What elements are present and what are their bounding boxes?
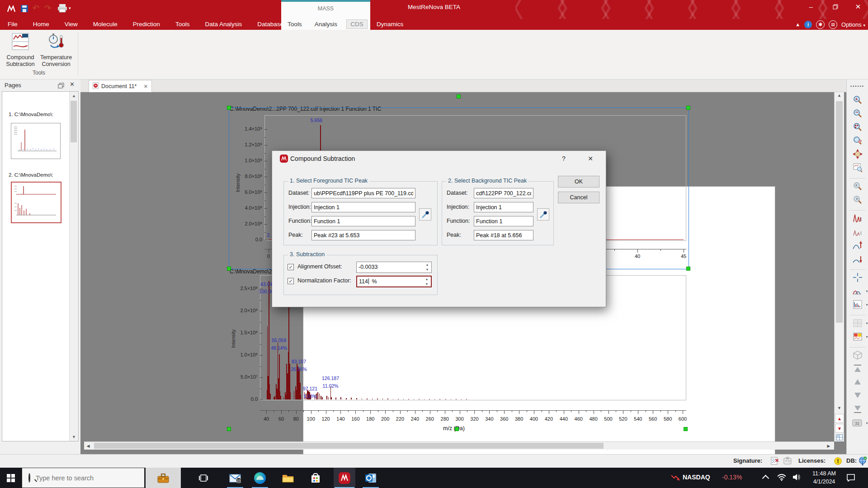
scroll-right-icon[interactable]: ▶ — [826, 444, 832, 448]
dialog-help-button[interactable]: ? — [558, 154, 569, 164]
action-center-icon[interactable] — [846, 474, 855, 484]
volume-icon[interactable] — [792, 473, 802, 483]
background-injection-input[interactable] — [474, 202, 533, 212]
alignment-offset-spinner[interactable]: ▲▼ — [424, 263, 430, 272]
previous-zoom-icon[interactable] — [850, 179, 865, 193]
page-item-2-label[interactable]: 2. C:\MnovaDemo\: — [9, 172, 53, 178]
menu-item-view[interactable]: View — [57, 19, 85, 30]
menu-item-home[interactable]: Home — [25, 19, 57, 30]
notes-icon[interactable]: ▤ — [829, 20, 837, 29]
overlay-spectra-icon[interactable]: ▾ — [850, 284, 865, 298]
stacked-spectra-icon[interactable]: ▾ — [850, 298, 865, 311]
decrease-intensity-icon[interactable] — [850, 252, 865, 266]
foreground-function-input[interactable] — [311, 216, 415, 226]
arrange-color-icon[interactable]: ▾ — [850, 330, 865, 343]
close-button[interactable]: ✕ — [848, 0, 868, 14]
increase-intensity-icon[interactable] — [850, 239, 865, 252]
ticker-name[interactable]: NASDAQ — [683, 474, 710, 481]
taskbar-search[interactable] — [22, 468, 145, 488]
license-warning-icon[interactable]: ! — [834, 457, 842, 465]
tray-expand-icon[interactable] — [762, 475, 769, 482]
task-view-icon[interactable] — [193, 468, 213, 488]
background-peak-input[interactable] — [474, 230, 533, 240]
wifi-icon[interactable] — [777, 473, 787, 483]
undo-icon[interactable]: ↶ — [33, 3, 39, 13]
mnova-app-icon[interactable] — [334, 468, 355, 488]
selection-handle[interactable] — [227, 427, 231, 431]
file-explorer-icon[interactable] — [278, 468, 298, 488]
ms-store-icon[interactable] — [306, 468, 326, 488]
ticker-change[interactable]: -0.13% — [722, 474, 742, 481]
temperature-conversion-button[interactable]: TemperatureConversion — [37, 33, 75, 68]
pages-scroll-up-icon[interactable]: ▲ — [70, 92, 78, 100]
menu-item-data-analysis[interactable]: Data Analysis — [197, 19, 250, 30]
close-panel-icon[interactable]: ✕ — [70, 81, 75, 88]
tab-dynamics[interactable]: Dynamics — [377, 19, 403, 30]
page-item-2-thumbnail[interactable] — [11, 182, 61, 223]
preview-zoom-icon[interactable] — [850, 161, 865, 174]
full-intensity-icon[interactable]: I — [850, 211, 865, 225]
toolbar-drag-handle[interactable]: •••••• — [850, 80, 865, 93]
tab-tools[interactable]: Tools — [284, 20, 306, 28]
search-input[interactable] — [35, 474, 127, 482]
selection-handle[interactable] — [686, 267, 690, 271]
move-up-icon[interactable] — [850, 375, 865, 389]
menu-item-file[interactable]: File — [0, 19, 25, 30]
print-icon[interactable] — [57, 3, 68, 15]
pan-icon[interactable] — [850, 147, 865, 161]
background-peak-picker-button[interactable] — [537, 208, 549, 221]
menu-item-molecule[interactable]: Molecule — [85, 19, 125, 30]
previous-page-icon[interactable]: ▲ — [835, 414, 844, 423]
normalization-factor-spinner[interactable]: ▲▼ — [424, 277, 430, 286]
print-dropdown-icon[interactable]: ▾ — [69, 6, 71, 10]
start-button[interactable] — [0, 468, 22, 488]
foreground-peak-picker-button[interactable] — [419, 208, 431, 221]
page-grid-icon[interactable] — [835, 434, 844, 441]
background-function-input[interactable] — [474, 216, 533, 226]
database-status-icon[interactable] — [859, 456, 868, 468]
compound-subtraction-button[interactable]: CompoundSubtraction — [1, 33, 39, 68]
vertical-scrollbar[interactable]: ▲ ▼ ▲ ▼ — [834, 92, 844, 441]
zoom-region-icon[interactable] — [850, 120, 865, 134]
foreground-peak-input[interactable] — [311, 230, 415, 240]
scroll-down-icon[interactable]: ▼ — [835, 406, 844, 410]
restore-button[interactable] — [826, 0, 845, 14]
normalization-factor-input[interactable]: 114 % ▲▼ — [356, 276, 432, 287]
zoom-in-icon[interactable]: + — [850, 93, 865, 107]
foreground-dataset-input[interactable] — [311, 188, 415, 198]
tab-analysis[interactable]: Analysis — [311, 20, 341, 28]
reduced-intensity-icon[interactable]: I — [850, 225, 865, 239]
minimize-button[interactable]: – — [801, 0, 821, 14]
next-zoom-icon[interactable] — [850, 193, 865, 206]
expand-top-icon[interactable] — [850, 362, 865, 375]
selection-handle[interactable] — [684, 427, 688, 431]
view-3d-icon[interactable] — [850, 348, 865, 362]
dialog-close-button[interactable]: ✕ — [585, 154, 596, 164]
crosshair-icon[interactable] — [850, 271, 865, 284]
selection-handle[interactable] — [227, 267, 231, 271]
float-panel-icon[interactable] — [58, 82, 64, 90]
arrange-plain-icon[interactable]: ▾ — [850, 316, 865, 330]
info-icon[interactable]: i — [804, 21, 812, 28]
tab-cds[interactable]: CDS — [346, 19, 368, 29]
options-menu[interactable]: Options ▾ — [841, 21, 865, 28]
certificate-icon[interactable] — [783, 457, 792, 467]
mail-app-icon[interactable]: 10 — [225, 468, 245, 488]
next-page-icon[interactable]: ▼ — [835, 424, 844, 433]
taskbar-briefcase-app[interactable] — [146, 468, 181, 488]
ribbon-collapse-icon[interactable]: ▲ — [795, 22, 800, 27]
save-icon[interactable] — [20, 4, 29, 15]
cancel-button[interactable]: Cancel — [558, 192, 599, 203]
pages-scroll-down-icon[interactable]: ▼ — [70, 433, 78, 441]
taskbar-clock[interactable]: 11:48 AM 4/1/2024 — [807, 469, 841, 486]
outlook-app-icon[interactable] — [361, 468, 381, 488]
redo-icon[interactable]: ↷ — [44, 3, 51, 13]
pages-scrollbar[interactable]: ▲ ▼ — [69, 92, 78, 441]
ok-button[interactable]: OK — [558, 176, 599, 188]
scroll-up-icon[interactable]: ▲ — [835, 93, 844, 98]
stock-ticker-icon[interactable] — [671, 474, 680, 483]
expand-bottom-icon[interactable] — [850, 403, 865, 416]
signature-status-icon[interactable]: ✕ — [771, 457, 780, 467]
foreground-injection-input[interactable] — [311, 202, 415, 212]
menu-item-tools[interactable]: Tools — [168, 19, 198, 30]
